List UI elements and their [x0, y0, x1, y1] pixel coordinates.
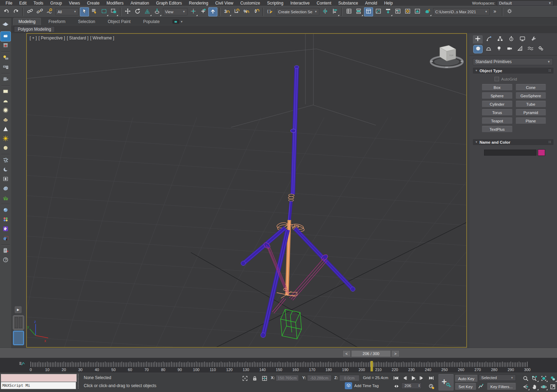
sidebar-sun-button[interactable] — [1, 134, 10, 144]
curve-editor-button[interactable] — [374, 7, 383, 16]
category-space-warps[interactable] — [526, 45, 535, 53]
named-selection-dropdown[interactable]: Create Selection Se▼ — [276, 8, 319, 15]
viewport-label[interactable]: [ + ] [ Perspective ] [ Standard ] [ Wir… — [30, 36, 114, 40]
time-configuration-button[interactable] — [428, 383, 435, 390]
menu-help[interactable]: Help — [381, 0, 396, 6]
sidebar-clipboard-plus-button[interactable] — [1, 246, 10, 256]
viewport-menu-renderer[interactable]: [ Standard ] — [67, 36, 88, 40]
sidebar-weather-button[interactable] — [1, 32, 10, 41]
spinner-icon[interactable]: ▲▼ — [418, 384, 421, 387]
sidebar-mountain-button[interactable] — [1, 125, 10, 134]
menu-edit[interactable]: Edit — [16, 0, 30, 6]
select-place-button[interactable] — [153, 7, 162, 16]
sidebar-rock-button[interactable] — [1, 184, 10, 194]
select-manipulate-button[interactable] — [199, 7, 208, 16]
current-frame-field[interactable]: 206 ▲▼ — [401, 383, 422, 389]
menu-views[interactable]: Views — [65, 0, 83, 6]
tripod-model[interactable] — [241, 66, 355, 339]
ribbon-tab-modeling[interactable]: Modeling — [13, 18, 41, 25]
timeline-ruler[interactable]: 0102030405060708090100110120130140150160… — [26, 358, 539, 372]
selection-lock-icon[interactable] — [251, 375, 258, 382]
maxscript-macro-recorder[interactable] — [1, 374, 77, 382]
go-to-end-button[interactable] — [428, 375, 435, 381]
menu-interactive[interactable]: Interactive — [287, 0, 313, 6]
primitive-category-dropdown[interactable]: Standard Primitives ▼ — [473, 58, 553, 65]
play-button[interactable] — [410, 375, 417, 381]
sidebar-sphere-light-button[interactable] — [1, 106, 10, 115]
object-color-swatch[interactable] — [538, 149, 545, 156]
set-keys-button[interactable]: + — [438, 374, 454, 391]
absolute-transform-icon[interactable] — [261, 375, 268, 382]
select-scale-button[interactable] — [143, 7, 152, 16]
double-chevron-button[interactable]: » — [491, 7, 500, 16]
name-color-header[interactable]: ▼ Name and Color ∷ — [473, 139, 554, 145]
sidebar-array-cubes-button[interactable] — [1, 156, 10, 165]
time-slider-value[interactable]: 206 / 300 — [351, 350, 391, 357]
zoom-icon[interactable] — [521, 375, 530, 382]
viewport-menu-pov[interactable]: [ Perspective ] — [38, 36, 65, 40]
x-coordinate-field[interactable]: 150.765cm — [276, 375, 299, 381]
render-production-button[interactable] — [423, 7, 432, 16]
ribbon-media-button[interactable]: ▼ — [172, 20, 183, 25]
named-selection-sets-button[interactable]: { } — [266, 7, 275, 16]
panel-tab-create[interactable] — [473, 35, 483, 44]
snap-3d-button[interactable]: 3 — [222, 7, 231, 16]
align-button[interactable] — [331, 7, 340, 16]
menu-arnold[interactable]: Arnold — [362, 0, 381, 6]
panel-tab-motion[interactable] — [506, 35, 516, 44]
panel-tab-hierarchy[interactable] — [495, 35, 505, 44]
keyboard-override-button[interactable] — [208, 7, 217, 16]
viewport-menu-shading[interactable]: [ Wireframe ] — [90, 36, 114, 40]
menu-rendering[interactable]: Rendering — [185, 0, 211, 6]
menu-modifiers[interactable]: Modifiers — [103, 0, 127, 6]
object-type-header[interactable]: ▼ Object Type ∷ — [473, 68, 554, 74]
sidebar-plane-button[interactable] — [1, 87, 10, 97]
add-time-tag-cube-icon[interactable] — [345, 382, 352, 389]
panel-tab-utilities[interactable] — [529, 35, 539, 44]
category-cameras[interactable] — [505, 45, 514, 53]
select-by-name-button[interactable] — [90, 7, 99, 16]
menu-animation[interactable]: Animation — [127, 0, 153, 6]
z-coordinate-field[interactable]: 0.0cm — [339, 375, 359, 381]
undo-button[interactable] — [2, 7, 11, 16]
menu-create[interactable]: Create — [83, 0, 103, 6]
viewport-layout-two-button[interactable] — [13, 315, 24, 330]
menu-tools[interactable]: Tools — [30, 0, 47, 6]
maximize-viewport-icon[interactable] — [549, 383, 557, 391]
use-pivot-center-button[interactable] — [189, 7, 198, 16]
tube-button[interactable]: Tube — [516, 101, 546, 107]
select-object-button[interactable] — [80, 7, 89, 16]
object-name-input[interactable] — [484, 150, 536, 156]
pyramid-button[interactable]: Pyramid — [516, 109, 546, 116]
bind-spacewarp-button[interactable] — [45, 7, 54, 16]
menu-graph-editors[interactable]: Graph Editors — [153, 0, 185, 6]
link-button[interactable] — [25, 7, 35, 16]
box-button[interactable]: Box — [482, 84, 512, 91]
track-bar[interactable]: 0102030405060708090100110120130140150160… — [0, 358, 557, 372]
zoom-all-icon[interactable] — [530, 375, 539, 382]
pan-icon[interactable] — [530, 383, 539, 391]
mirror-button[interactable] — [321, 7, 330, 16]
category-geometry[interactable] — [474, 45, 482, 53]
menu-group[interactable]: Group — [47, 0, 65, 6]
ribbon-tab-selection[interactable]: Selection — [73, 18, 100, 25]
textplus-button[interactable]: TextPlus — [482, 126, 512, 133]
toggle-ribbon-button[interactable] — [364, 7, 373, 16]
key-filters-button[interactable]: Key Filters... — [487, 383, 516, 390]
set-key-button[interactable]: Set Key — [455, 383, 476, 390]
polygon-modeling-panel[interactable]: Polygon Modeling — [14, 26, 55, 32]
category-shapes[interactable] — [484, 45, 493, 53]
menu-substance[interactable]: Substance — [335, 0, 362, 6]
menu-customize[interactable]: Customize — [237, 0, 264, 6]
snap-spinner-button[interactable] — [252, 7, 261, 16]
plane-button[interactable]: Plane — [516, 118, 546, 124]
key-steps-icon[interactable] — [477, 383, 484, 390]
zoom-extents-icon[interactable] — [540, 375, 548, 382]
orbit-icon[interactable] — [540, 383, 548, 391]
material-editor-button[interactable] — [393, 7, 402, 16]
sidebar-camera-list-button[interactable] — [1, 63, 10, 72]
viewport-menu-general[interactable]: [ + ] — [30, 36, 37, 40]
category-lights[interactable] — [495, 45, 503, 53]
time-slider-track[interactable]: < 206 / 300 > — [0, 348, 557, 358]
cone-button[interactable]: Cone — [516, 84, 546, 91]
